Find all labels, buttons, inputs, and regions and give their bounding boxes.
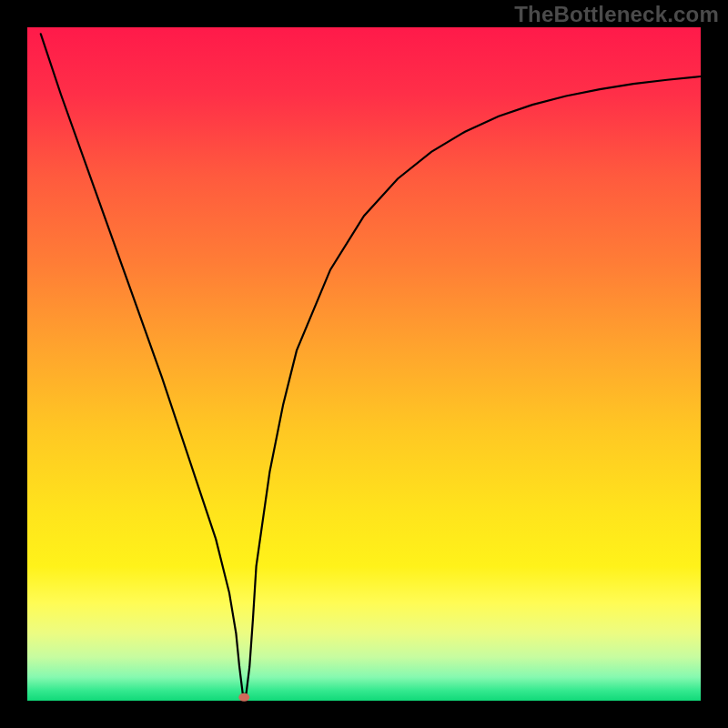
optimal-point-marker bbox=[238, 693, 249, 702]
bottleneck-chart bbox=[0, 0, 728, 728]
chart-frame: TheBottleneck.com bbox=[0, 0, 728, 728]
watermark-text: TheBottleneck.com bbox=[514, 2, 719, 27]
plot-background bbox=[27, 27, 701, 701]
